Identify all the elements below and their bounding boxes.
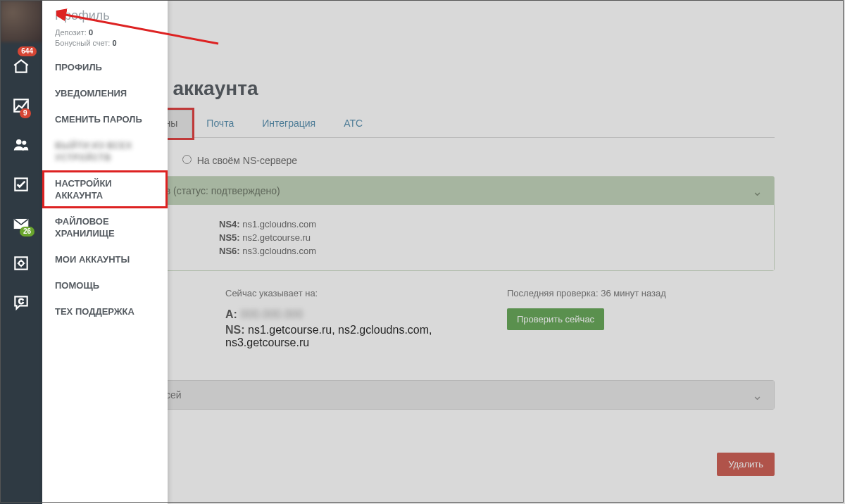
safe-icon xyxy=(12,254,30,272)
chat-icon: C xyxy=(12,294,30,312)
tab-ats[interactable]: АТС xyxy=(330,111,377,137)
rail-mail[interactable]: 26 xyxy=(0,204,42,244)
flyout-item-storage[interactable]: ФАЙЛОВОЕ ХРАНИЛИЩЕ xyxy=(42,208,168,246)
main-content: Настройки аккаунта Настройки Домены Почт… xyxy=(63,77,775,484)
flyout-title: Профиль xyxy=(42,8,168,27)
check-icon xyxy=(12,175,30,194)
rail-stats[interactable]: 9 xyxy=(0,86,42,125)
ns-panel-body: gcloudns.com NS4: ns1.gcloudns.com NS5: … xyxy=(64,205,774,270)
tab-integration[interactable]: Интеграция xyxy=(248,111,330,137)
left-rail: 644 9 26 C xyxy=(0,0,42,504)
flyout-list: ПРОФИЛЬ УВЕДОМЛЕНИЯ СМЕНИТЬ ПАРОЛЬ ВЫЙТИ… xyxy=(42,54,168,325)
rail-badge-chart: 9 xyxy=(20,108,31,118)
flyout-item-support[interactable]: ТЕХ ПОДДЕРЖКА xyxy=(42,298,168,325)
bottom-row: Сохранена Вернуться к списку Удалить xyxy=(63,445,775,484)
svg-point-1 xyxy=(17,139,22,144)
svg-point-6 xyxy=(19,261,24,266)
rail-badge-mail: 26 xyxy=(20,227,35,237)
flyout-item-help[interactable]: ПОМОЩЬ xyxy=(42,272,168,298)
tabs: Настройки Домены Почта Интеграция АТС xyxy=(63,110,775,138)
ns-panel-header[interactable]: Список NS-серверов (статус: подтверждено… xyxy=(64,177,774,205)
svg-text:C: C xyxy=(18,297,24,305)
rail-home[interactable] xyxy=(0,46,42,86)
tab-mail[interactable]: Почта xyxy=(192,111,248,137)
rail-tasks[interactable] xyxy=(0,165,42,204)
flyout-item-password[interactable]: СМЕНИТЬ ПАРОЛЬ xyxy=(42,106,168,132)
dns-status-row: xxxxxxxx ru Сейчас указывает на: A: 000.… xyxy=(63,288,775,352)
dns-records-panel: Редактор DNS-записей ⌄ xyxy=(63,380,775,410)
users-icon xyxy=(12,136,30,154)
chevron-down-icon: ⌄ xyxy=(752,184,763,199)
svg-point-2 xyxy=(23,141,26,144)
flyout-item-logout-all[interactable]: ВЫЙТИ ИЗ ВСЕХ УСТРОЙСТВ xyxy=(42,132,168,170)
ns-opt-own[interactable]: На своём NS-сервере xyxy=(182,155,297,166)
ns-mode-row: ○ На GetCourse ★ На своём NS-сервере xyxy=(63,155,775,166)
ns-opt-own-radio[interactable] xyxy=(182,155,192,164)
rail-users[interactable] xyxy=(0,125,42,165)
check-now-button[interactable]: Проверить сейчас xyxy=(507,308,604,330)
dns-lastcheck: Последняя проверка: 36 минут назад xyxy=(507,288,666,298)
home-icon xyxy=(12,57,30,75)
svg-rect-5 xyxy=(15,257,27,269)
flyout-item-notifications[interactable]: УВЕДОМЛЕНИЯ xyxy=(42,80,168,106)
dns-check-col: Последняя проверка: 36 минут назад Прове… xyxy=(507,288,666,352)
avatar[interactable] xyxy=(0,0,42,42)
dns-records-header[interactable]: Редактор DNS-записей ⌄ xyxy=(64,381,774,409)
dns-now-label: Сейчас указывает на: xyxy=(225,288,465,298)
flyout-item-profile[interactable]: ПРОФИЛЬ xyxy=(42,54,168,80)
ns-panel: Список NS-серверов (статус: подтверждено… xyxy=(63,176,775,271)
rail-chat[interactable]: C xyxy=(0,283,42,322)
flyout-item-account-settings[interactable]: НАСТРОЙКИ АККАУНТА xyxy=(42,170,168,208)
delete-button[interactable]: Удалить xyxy=(717,453,775,476)
ns-right-col: NS4: ns1.gcloudns.com NS5: ns2.getcourse… xyxy=(219,216,316,259)
dns-now-col: Сейчас указывает на: A: 000.000.000 NS: … xyxy=(225,288,465,352)
profile-flyout: Профиль Депозит: 0 Бонусный счет: 0 ПРОФ… xyxy=(42,0,168,504)
rail-safe[interactable] xyxy=(0,244,42,283)
page-title: Настройки аккаунта xyxy=(63,77,775,100)
flyout-item-accounts[interactable]: МОИ АККАУНТЫ xyxy=(42,246,168,272)
flyout-meta: Депозит: 0 Бонусный счет: 0 xyxy=(42,27,168,49)
chevron-down-icon: ⌄ xyxy=(752,388,763,403)
